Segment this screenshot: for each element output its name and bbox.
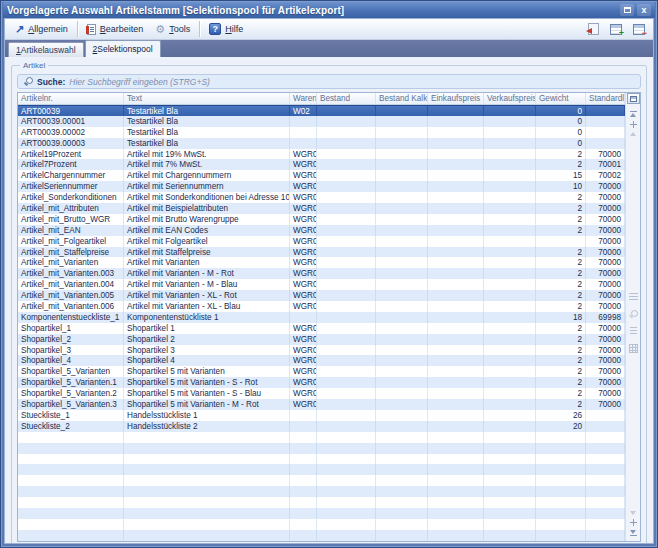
restore-button[interactable] xyxy=(620,4,634,16)
menu-item-bearbeiten[interactable]: Bearbeiten xyxy=(81,19,150,39)
table-row[interactable]: Artikel_mit_StaffelpreiseArtikel mit Sta… xyxy=(18,247,625,258)
cell-standardlief: 70000 xyxy=(586,257,625,268)
table-row[interactable]: ART00039.00003Testartikel Bla0 xyxy=(18,138,625,149)
cell-bestand xyxy=(317,138,376,149)
tab-artikelauswahl[interactable]: 1 Artikelauswahl xyxy=(8,42,84,57)
scroll-to-bottom-icon[interactable] xyxy=(630,530,637,537)
menu-item-allgemein[interactable]: ↗Allgemein xyxy=(9,19,74,39)
cell-standardlief xyxy=(586,432,625,443)
menu-item-hilfe[interactable]: ?Hilfe xyxy=(203,19,249,39)
remove-from-pool-button[interactable]: − xyxy=(629,20,649,38)
table-row[interactable] xyxy=(18,486,625,497)
search-input[interactable]: Hier Suchbegriff eingeben (STRG+S) xyxy=(69,77,210,87)
step-down-icon[interactable] xyxy=(630,519,637,526)
column-header-gewicht[interactable]: Gewicht xyxy=(536,93,586,104)
column-header-verkaufspreis[interactable]: Verkaufspreis xyxy=(484,93,536,104)
column-header-wareng[interactable]: Wareng xyxy=(290,93,317,104)
cell-text: Testartikel Bla xyxy=(124,127,290,138)
cell-wareng xyxy=(290,138,317,149)
column-header-bestand_kalk[interactable]: Bestand Kalk. xyxy=(376,93,428,104)
table-row[interactable] xyxy=(18,443,625,454)
table-row[interactable]: Artikel_mit_Brutto_WGRArtikel mit Brutto… xyxy=(18,214,625,225)
table-row[interactable]: ART00039Testartikel BlaW020 xyxy=(18,105,625,116)
cell-artikelnr: ArtikelChargennummer xyxy=(18,170,124,181)
table-row[interactable] xyxy=(18,530,625,541)
table-row[interactable]: ART00039.00002Testartikel Bla0 xyxy=(18,127,625,138)
grid-icon[interactable] xyxy=(629,344,638,353)
cell-bestand_kalk xyxy=(376,345,428,356)
table-row[interactable]: Artikel_mit_Varianten.004Artikel mit Var… xyxy=(18,279,625,290)
cell-standardlief xyxy=(586,508,625,519)
table-row[interactable]: Stueckliste_2Handelsstückliste 220 xyxy=(18,421,625,432)
table-row[interactable] xyxy=(18,432,625,443)
column-header-bestand[interactable]: Bestand xyxy=(317,93,376,104)
cell-bestand_kalk xyxy=(376,257,428,268)
column-header-einkaufspreis[interactable]: Einkaufspreis xyxy=(428,93,484,104)
cell-gewicht xyxy=(536,454,586,465)
table-row[interactable]: Artikel_mit_EANArtikel mit EAN CodesWGR0… xyxy=(18,225,625,236)
table-row[interactable] xyxy=(18,519,625,530)
cell-bestand_kalk xyxy=(376,116,428,127)
column-header-text[interactable]: Text xyxy=(124,93,290,104)
text-icon[interactable] xyxy=(630,327,637,336)
table-row[interactable]: Stueckliste_1Handelsstückliste 126 xyxy=(18,410,625,421)
grid-scroll-strip[interactable] xyxy=(625,93,640,541)
cell-artikelnr xyxy=(18,443,124,454)
table-row[interactable]: Shopartikel_2Shopartikel 2WGR01270000 xyxy=(18,334,625,345)
table-row[interactable]: Artikel_mit_Varianten.003Artikel mit Var… xyxy=(18,268,625,279)
column-header-standardlief[interactable]: Standardlief xyxy=(586,93,625,104)
close-button[interactable]: x xyxy=(637,4,651,16)
list-icon[interactable] xyxy=(629,293,638,302)
scroll-down-icon[interactable] xyxy=(630,511,636,515)
scroll-to-top-icon[interactable] xyxy=(630,110,637,117)
cell-gewicht: 2 xyxy=(536,355,586,366)
add-to-pool-button[interactable]: + xyxy=(606,20,626,38)
table-row[interactable]: Artikel_mit_Varianten.006Artikel mit Var… xyxy=(18,301,625,312)
export-button[interactable] xyxy=(583,20,603,38)
column-chooser-icon xyxy=(630,96,637,102)
cell-bestand_kalk xyxy=(376,106,428,116)
table-row[interactable]: ArtikelChargennummerArtikel mit Chargenn… xyxy=(18,170,625,181)
column-chooser-button[interactable] xyxy=(627,93,640,104)
cell-verkaufspreis xyxy=(484,530,536,541)
column-header-artikelnr[interactable]: Artikelnr. xyxy=(18,93,124,104)
table-row[interactable] xyxy=(18,454,625,465)
table-row[interactable]: Komponentenstueckliste_1Komponentenstück… xyxy=(18,312,625,323)
tab-selektionspool[interactable]: 2 Selektionspool xyxy=(85,40,161,57)
table-row[interactable] xyxy=(18,464,625,475)
table-row[interactable] xyxy=(18,508,625,519)
table-row[interactable]: Shopartikel_5_VariantenShopartikel 5 mit… xyxy=(18,366,625,377)
table-row[interactable]: Shopartikel_1Shopartikel 1WGR01270000 xyxy=(18,323,625,334)
cell-einkaufspreis xyxy=(428,355,484,366)
cell-bestand_kalk xyxy=(376,421,428,432)
table-row[interactable] xyxy=(18,497,625,508)
cell-bestand_kalk xyxy=(376,454,428,465)
table-row[interactable] xyxy=(18,475,625,486)
table-row[interactable]: Shopartikel_4Shopartikel 4WGR01270000 xyxy=(18,355,625,366)
cell-standardlief xyxy=(586,443,625,454)
table-row[interactable]: Artikel7ProzentArtikel mit 7% MwSt.WGR02… xyxy=(18,159,625,170)
table-row[interactable]: ArtikelSeriennummerArtikel mit Seriennum… xyxy=(18,181,625,192)
search-bar[interactable]: Suche: Hier Suchbegriff eingeben (STRG+S… xyxy=(17,74,641,89)
table-row[interactable]: Artikel_SonderkonditionenArtikel mit Son… xyxy=(18,192,625,203)
scroll-up-icon[interactable] xyxy=(630,132,636,136)
cell-einkaufspreis xyxy=(428,443,484,454)
search-icon[interactable] xyxy=(629,310,638,319)
table-row[interactable]: Artikel_mit_VariantenArtikel mit Variant… xyxy=(18,257,625,268)
search-icon xyxy=(23,77,33,87)
menu-item-tools[interactable]: ⚙Tools xyxy=(149,19,196,39)
cell-verkaufspreis xyxy=(484,290,536,301)
table-row[interactable]: Shopartikel_5_Varianten.2Shopartikel 5 m… xyxy=(18,388,625,399)
content: Artikel Suche: Hier Suchbegriff eingeben… xyxy=(5,57,653,544)
table-row[interactable]: Artikel_mit_AttributenArtikel mit Beispi… xyxy=(18,203,625,214)
cell-standardlief xyxy=(586,530,625,541)
cell-standardlief xyxy=(586,497,625,508)
table-row[interactable]: Artikel_mit_FolgeartikelArtikel mit Folg… xyxy=(18,236,625,247)
table-row[interactable]: Shopartikel_5_Varianten.1Shopartikel 5 m… xyxy=(18,377,625,388)
table-row[interactable]: Shopartikel_3Shopartikel 3WGR01270000 xyxy=(18,345,625,356)
table-row[interactable]: Artikel19ProzentArtikel mit 19% MwSt.WGR… xyxy=(18,149,625,160)
table-row[interactable]: Shopartikel_5_Varianten.3Shopartikel 5 m… xyxy=(18,399,625,410)
table-row[interactable]: Artikel_mit_Varianten.005Artikel mit Var… xyxy=(18,290,625,301)
table-row[interactable]: ART00039.00001Testartikel Bla0 xyxy=(18,116,625,127)
step-up-icon[interactable] xyxy=(630,121,637,128)
